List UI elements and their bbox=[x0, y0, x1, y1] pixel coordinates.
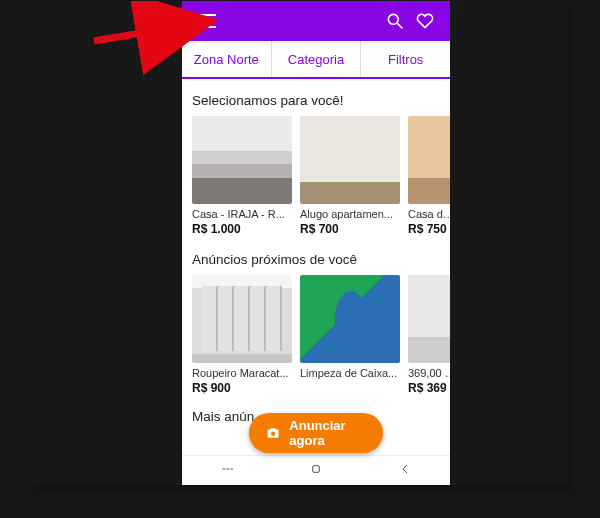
tab-filters[interactable]: Filtros bbox=[360, 41, 450, 77]
section-title-featured: Selecionamos para você! bbox=[192, 93, 450, 108]
listing-price: R$ 1.000 bbox=[192, 222, 292, 236]
section-title-nearby: Anúncios próximos de você bbox=[192, 252, 450, 267]
more-label: Mais anún bbox=[192, 409, 254, 424]
fab-announce[interactable]: Anunciar agora bbox=[249, 413, 383, 453]
svg-point-0 bbox=[388, 14, 398, 24]
tab-category[interactable]: Categoria bbox=[271, 41, 361, 77]
system-nav bbox=[182, 455, 450, 485]
fab-label: Anunciar agora bbox=[289, 418, 367, 448]
svg-line-1 bbox=[398, 24, 403, 29]
screenshot-bezel-right bbox=[450, 1, 568, 485]
listing-title: Alugo apartamen... bbox=[300, 208, 400, 220]
listing-card[interactable]: 369,00 Sap... R$ 369 bbox=[408, 275, 450, 395]
hamburger-icon bbox=[198, 14, 216, 28]
listing-thumb bbox=[408, 275, 450, 363]
listing-title: 369,00 Sap... bbox=[408, 367, 450, 379]
listing-card[interactable]: Alugo apartamen... R$ 700 bbox=[300, 116, 400, 236]
nav-recents[interactable] bbox=[219, 461, 235, 481]
favorites-button[interactable] bbox=[410, 6, 440, 36]
listing-thumb bbox=[192, 275, 292, 363]
nearby-row[interactable]: Roupeiro Maracat... R$ 900 Limpeza de Ca… bbox=[192, 275, 450, 395]
listing-thumb bbox=[192, 116, 292, 204]
app-header bbox=[182, 1, 450, 41]
search-button[interactable] bbox=[380, 6, 410, 36]
heart-icon bbox=[415, 11, 435, 31]
phone-screen: Zona Norte Categoria Filtros Selecionamo… bbox=[182, 1, 450, 485]
filter-tabs: Zona Norte Categoria Filtros bbox=[182, 41, 450, 79]
search-icon bbox=[385, 11, 405, 31]
listing-title: Casa - IRAJA - R... bbox=[192, 208, 292, 220]
featured-row[interactable]: Casa - IRAJA - R... R$ 1.000 Alugo apart… bbox=[192, 116, 450, 236]
listing-card[interactable]: Casa de Vi... R$ 750 bbox=[408, 116, 450, 236]
listing-price: R$ 369 bbox=[408, 381, 450, 395]
nav-home[interactable] bbox=[308, 461, 324, 481]
listing-card[interactable]: Casa - IRAJA - R... R$ 1.000 bbox=[192, 116, 292, 236]
listing-title: Limpeza de Caixa... bbox=[300, 367, 400, 379]
svg-point-2 bbox=[271, 432, 275, 436]
listing-price: R$ 700 bbox=[300, 222, 400, 236]
svg-rect-6 bbox=[313, 465, 320, 472]
listing-thumb bbox=[300, 275, 400, 363]
listing-thumb bbox=[408, 116, 450, 204]
main-content[interactable]: Selecionamos para você! Casa - IRAJA - R… bbox=[182, 79, 450, 455]
listing-thumb bbox=[300, 116, 400, 204]
listing-title: Casa de Vi... bbox=[408, 208, 450, 220]
camera-icon bbox=[265, 423, 281, 443]
listing-card[interactable]: Roupeiro Maracat... R$ 900 bbox=[192, 275, 292, 395]
listing-title: Roupeiro Maracat... bbox=[192, 367, 292, 379]
listing-price: R$ 900 bbox=[192, 381, 292, 395]
listing-price: R$ 750 bbox=[408, 222, 450, 236]
nav-back[interactable] bbox=[397, 461, 413, 481]
listing-card[interactable]: Limpeza de Caixa... bbox=[300, 275, 400, 395]
tab-region[interactable]: Zona Norte bbox=[182, 41, 271, 77]
menu-button[interactable] bbox=[192, 6, 222, 36]
screenshot-bezel-left bbox=[32, 1, 182, 485]
